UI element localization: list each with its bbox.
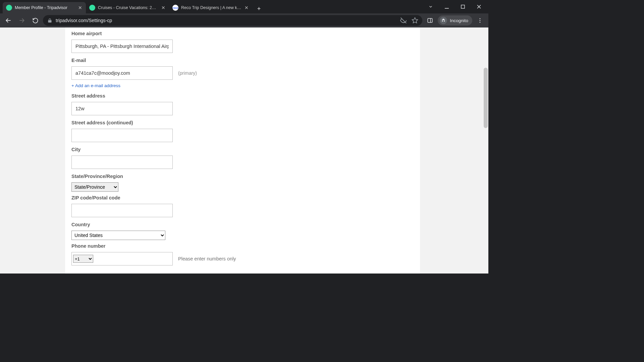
vertical-scrollbar[interactable]	[483, 27, 488, 274]
phone-number-input[interactable]	[95, 252, 172, 265]
label-city: City	[71, 147, 420, 152]
label-street-address-2: Street address (continued)	[71, 120, 420, 125]
incognito-icon	[440, 17, 447, 24]
settings-page: Home airport E-mail (primary) + Add an e…	[65, 27, 420, 274]
new-tab-button[interactable]: +	[254, 4, 264, 13]
svg-point-12	[480, 22, 481, 23]
address-bar[interactable]: tripadvisor.com/Settings-cp	[43, 15, 422, 26]
svg-point-10	[480, 18, 481, 19]
email-input[interactable]	[71, 66, 173, 80]
forward-button	[16, 15, 28, 26]
incognito-label: Incognito	[450, 18, 468, 23]
eye-off-icon[interactable]	[400, 17, 407, 24]
omnibox-right	[400, 17, 418, 24]
phone-field: +1	[71, 252, 173, 265]
kebab-menu-icon[interactable]	[474, 15, 486, 26]
svg-marker-7	[412, 18, 418, 23]
incognito-chip[interactable]: Incognito	[438, 15, 472, 25]
browser-toolbar: tripadvisor.com/Settings-cp Incognito	[0, 13, 488, 27]
email-primary-note: (primary)	[178, 70, 197, 76]
tripadvisor-favicon-icon	[89, 5, 95, 11]
label-email: E-mail	[71, 58, 420, 63]
label-home-airport: Home airport	[71, 31, 420, 36]
window-controls	[423, 0, 488, 13]
tab-title: Reco Trip Designers | A new kind	[181, 5, 241, 10]
country-select[interactable]: United States	[71, 231, 165, 240]
page-viewport: Home airport E-mail (primary) + Add an e…	[0, 27, 488, 274]
state-select[interactable]: State/Province	[71, 182, 118, 192]
street-address-input[interactable]	[71, 102, 173, 115]
chevron-down-icon[interactable]	[423, 1, 438, 12]
svg-rect-0	[445, 8, 449, 9]
reload-button[interactable]	[30, 15, 41, 26]
label-country: Country	[71, 222, 420, 227]
label-state: State/Province/Region	[71, 174, 420, 179]
close-icon[interactable]: ✕	[78, 5, 83, 10]
minimize-button[interactable]	[439, 1, 454, 12]
side-panel-icon[interactable]	[424, 15, 436, 26]
label-phone: Phone number	[71, 243, 420, 249]
scrollbar-thumb[interactable]	[484, 68, 488, 128]
close-icon[interactable]: ✕	[244, 5, 249, 10]
tab-cruises[interactable]: Cruises - Cruise Vacations: 2023 ✕	[86, 2, 169, 13]
add-email-link[interactable]: + Add an e-mail address	[71, 83, 120, 88]
close-icon[interactable]: ✕	[161, 5, 166, 10]
tab-title: Cruises - Cruise Vacations: 2023	[98, 5, 158, 10]
url-text: tripadvisor.com/Settings-cp	[56, 18, 397, 23]
back-button[interactable]	[3, 15, 14, 26]
tripadvisor-favicon-icon	[6, 5, 12, 11]
city-input[interactable]	[71, 156, 173, 169]
svg-rect-1	[461, 5, 465, 8]
tab-reco[interactable]: reco Reco Trip Designers | A new kind ✕	[169, 2, 252, 13]
close-window-button[interactable]	[472, 1, 486, 12]
phone-hint: Please enter numbers only	[178, 256, 236, 261]
lock-icon	[47, 18, 52, 23]
svg-point-11	[480, 20, 481, 21]
tab-strip: Member Profile - Tripadvisor ✕ Cruises -…	[0, 0, 488, 13]
street-address-2-input[interactable]	[71, 129, 173, 142]
tab-title: Member Profile - Tripadvisor	[15, 5, 75, 10]
maximize-button[interactable]	[455, 1, 470, 12]
zip-input[interactable]	[71, 204, 173, 217]
label-street-address: Street address	[71, 93, 420, 99]
phone-country-code-select[interactable]: +1	[73, 255, 93, 263]
reco-favicon-icon: reco	[172, 5, 178, 11]
bookmark-star-icon[interactable]	[412, 17, 418, 24]
svg-rect-8	[428, 18, 432, 22]
tab-member-profile[interactable]: Member Profile - Tripadvisor ✕	[3, 2, 86, 13]
home-airport-input[interactable]	[71, 40, 173, 53]
label-zip: ZIP code/Postal code	[71, 195, 420, 200]
